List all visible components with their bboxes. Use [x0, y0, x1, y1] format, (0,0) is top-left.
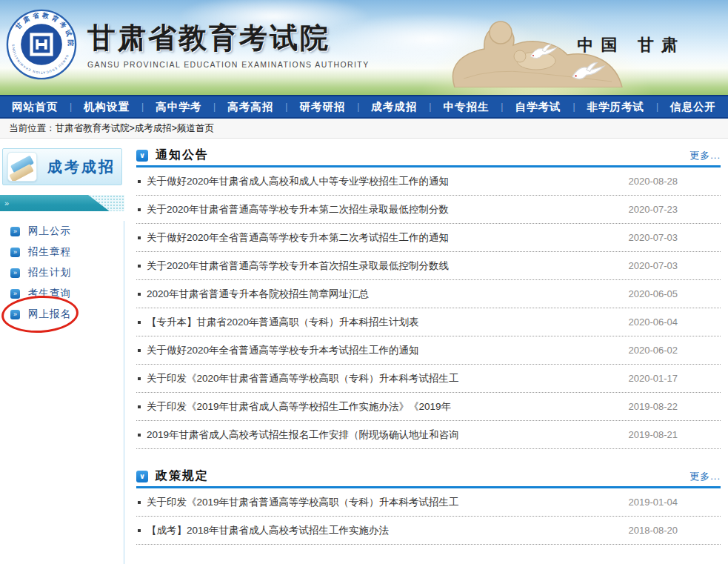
- article-row: 关于印发《2019年甘肃省普通高等学校高职（专科）升本科考试招生工2019-01…: [136, 488, 721, 517]
- sidebar-link[interactable]: »招生计划: [0, 262, 124, 283]
- dove-icon: [569, 61, 606, 87]
- sidebar-link-label: 考生查询: [28, 287, 71, 300]
- breadcrumb: 当前位置：甘肃省教育考试院>成考成招>频道首页: [0, 119, 728, 139]
- bullet-icon: [138, 377, 141, 380]
- article-title-link[interactable]: 关于印发《2019年甘肃省普通高等学校高职（专科）升本科考试招生工: [147, 496, 459, 509]
- channel-title: 成考成招: [47, 157, 116, 177]
- article-date: 2020-07-03: [629, 260, 678, 271]
- arrow-square-icon: »: [10, 248, 20, 257]
- nav-separator: |: [417, 102, 443, 112]
- article-date: 2018-08-20: [629, 525, 678, 536]
- bullet-icon: [138, 529, 141, 532]
- more-link[interactable]: 更多...: [689, 149, 721, 162]
- bullet-icon: [138, 236, 141, 239]
- article-title-link[interactable]: 2020年甘肃省普通专升本各院校招生简章网址汇总: [147, 288, 369, 301]
- sidebar-link[interactable]: »网上公示: [0, 221, 124, 242]
- article-title-link[interactable]: 关于做好2020年甘肃省成人高校和成人中等专业学校招生工作的通知: [147, 175, 449, 188]
- section-header: ∨ 通知公告 更多...: [136, 147, 721, 167]
- content-section: ∨ 通知公告 更多... 关于做好2020年甘肃省成人高校和成人中等专业学校招生…: [136, 147, 721, 449]
- section-marker-icon: ∨: [136, 150, 148, 162]
- nav-separator: |: [273, 102, 299, 112]
- nav-item[interactable]: 中专招生: [443, 100, 489, 114]
- bullet-icon: [138, 434, 141, 437]
- article-list: 关于印发《2019年甘肃省普通高等学校高职（专科）升本科考试招生工2019-01…: [136, 488, 721, 545]
- article-title-link[interactable]: 关于2020年甘肃省普通高等学校专升本首次招生录取最低控制分数线: [147, 259, 449, 273]
- section-header: ∨ 政策规定 更多...: [136, 468, 721, 488]
- sidebar-link-label: 网上报名: [28, 308, 71, 321]
- nav-separator: |: [644, 102, 670, 112]
- site-logo: 甘肃省教育考试院 GANSU EDUCATION EXAMINATIONS: [6, 9, 77, 80]
- article-date: 2020-06-05: [629, 288, 678, 299]
- dove-icon: [527, 43, 558, 65]
- nav-item[interactable]: 机构设置: [84, 100, 130, 114]
- article-title-link[interactable]: 关于做好2020年全省普通高等学校专升本考试招生工作的通知: [147, 344, 419, 357]
- article-row: 关于2020年甘肃省普通高等学校专升本首次招生录取最低控制分数线2020-07-…: [136, 252, 721, 280]
- more-link[interactable]: 更多...: [689, 470, 721, 483]
- article-date: 2020-07-23: [629, 204, 678, 215]
- section-title: 政策规定: [156, 468, 209, 484]
- sidebar-link-label: 招生计划: [28, 266, 71, 279]
- nav-item[interactable]: 高考高招: [227, 100, 273, 114]
- article-title-link[interactable]: 【成考】2018年甘肃省成人高校考试招生工作实施办法: [147, 524, 389, 537]
- arrow-square-icon: »: [10, 227, 20, 236]
- channel-header: 成考成招: [2, 148, 122, 185]
- sidebar-link[interactable]: »考生查询: [0, 283, 124, 304]
- nav-separator: |: [489, 102, 515, 112]
- nav-item[interactable]: 自学考试: [515, 100, 561, 114]
- bullet-icon: [138, 293, 141, 296]
- article-title-link[interactable]: 关于印发《2020年甘肃省普通高等学校高职（专科）升本科考试招生工: [147, 372, 459, 385]
- arrow-square-icon: »: [10, 289, 20, 299]
- article-date: 2019-08-21: [629, 429, 678, 440]
- arrow-square-icon: »: [10, 310, 20, 319]
- bullet-icon: [138, 349, 141, 352]
- sidebar-link-label: 招生章程: [28, 245, 71, 259]
- article-row: 【成考】2018年甘肃省成人高校考试招生工作实施办法2018-08-20: [136, 517, 721, 545]
- article-date: 2020-06-04: [629, 316, 678, 328]
- page: 甘肃省教育考试院 GANSU EDUCATION EXAMINATIONS 甘肃…: [0, 0, 728, 564]
- nav-item[interactable]: 高中学考: [156, 100, 201, 114]
- article-title-link[interactable]: 【专升本】甘肃省2020年普通高职（专科）升本科招生计划表: [147, 316, 419, 329]
- article-row: 2019年甘肃省成人高校考试招生报名工作安排（附现场确认地址和咨询2019-08…: [136, 421, 721, 449]
- bullet-icon: [138, 501, 141, 504]
- article-date: 2020-08-28: [629, 176, 678, 187]
- article-row: 关于做好2020年甘肃省成人高校和成人中等专业学校招生工作的通知2020-08-…: [136, 167, 721, 196]
- article-date: 2019-08-22: [629, 401, 678, 412]
- nav-item[interactable]: 信息公开: [670, 100, 716, 114]
- section-marker-icon: ∨: [136, 471, 148, 482]
- site-banner: 甘肃省教育考试院 GANSU EDUCATION EXAMINATIONS 甘肃…: [0, 0, 728, 95]
- nav-item[interactable]: 网站首页: [12, 100, 58, 114]
- article-title-link[interactable]: 2019年甘肃省成人高校考试招生报名工作安排（附现场确认地址和咨询: [147, 428, 459, 442]
- bullet-icon: [138, 321, 141, 324]
- article-date: 2020-01-17: [629, 373, 678, 384]
- sidebar-link-label: 网上公示: [28, 225, 71, 238]
- main-content: ∨ 通知公告 更多... 关于做好2020年甘肃省成人高校和成人中等专业学校招生…: [124, 139, 728, 564]
- article-list: 关于做好2020年甘肃省成人高校和成人中等专业学校招生工作的通知2020-08-…: [136, 167, 721, 449]
- section-title: 通知公告: [156, 147, 209, 163]
- sidebar-link[interactable]: »招生章程: [0, 242, 124, 262]
- nav-separator: |: [130, 102, 156, 112]
- bullet-icon: [138, 265, 141, 268]
- bullet-icon: [138, 180, 141, 183]
- site-subtitle: GANSU PROVINCIAL EDUCATION EXAMINATIONS …: [87, 60, 370, 69]
- sidebar-decor-bar: »: [0, 195, 124, 211]
- article-title-link[interactable]: 关于做好2020年全省普通高等学校专升本第二次考试招生工作的通知: [147, 231, 449, 245]
- article-row: 2020年甘肃省普通专升本各院校招生简章网址汇总2020-06-05: [136, 280, 721, 308]
- article-date: 2020-07-03: [629, 232, 678, 243]
- nav-item[interactable]: 研考研招: [299, 100, 345, 114]
- breadcrumb-text: 当前位置：甘肃省教育考试院>成考成招>频道首页: [9, 123, 214, 133]
- article-title-link[interactable]: 关于2020年甘肃省普通高等学校专升本第二次招生录取最低控制分数: [147, 203, 449, 216]
- sidebar-link[interactable]: »网上报名: [0, 304, 124, 325]
- nav-separator: |: [345, 102, 371, 112]
- article-row: 关于做好2020年全省普通高等学校专升本考试招生工作的通知2020-06-02: [136, 336, 721, 365]
- main-nav: 网站首页|机构设置|高中学考|高考高招|研考研招|成考成招|中专招生|自学考试|…: [0, 95, 728, 119]
- sidebar: 成考成招 » »网上公示»招生章程»招生计划»考生查询»网上报名: [0, 139, 124, 564]
- nav-item[interactable]: 成考成招: [371, 100, 417, 114]
- nav-separator: |: [201, 102, 227, 112]
- sidebar-body: »网上公示»招生章程»招生计划»考生查询»网上报名: [0, 221, 124, 564]
- article-row: 关于做好2020年全省普通高等学校专升本第二次考试招生工作的通知2020-07-…: [136, 224, 721, 252]
- nav-separator: |: [58, 102, 84, 112]
- article-title-link[interactable]: 关于印发《2019年甘肃省成人高等学校招生工作实施办法》《2019年: [147, 400, 451, 414]
- nav-item[interactable]: 非学历考试: [587, 100, 645, 114]
- article-date: 2019-01-04: [629, 497, 678, 508]
- books-icon: [7, 152, 37, 182]
